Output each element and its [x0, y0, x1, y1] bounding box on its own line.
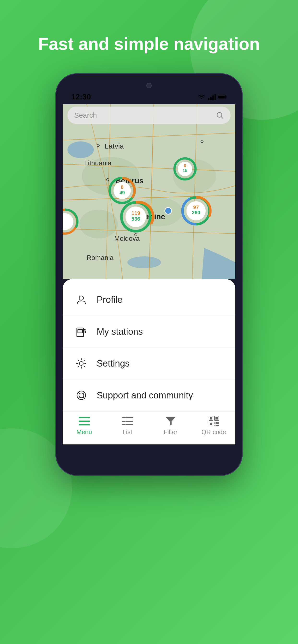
svg-rect-88: [215, 425, 215, 426]
settings-icon: [75, 357, 88, 370]
nav-item-list[interactable]: List: [112, 416, 143, 436]
status-time: 12:30: [71, 92, 91, 101]
svg-text:Latvia: Latvia: [105, 142, 124, 150]
bottom-sheet: Profile My stations: [63, 279, 235, 444]
svg-rect-85: [215, 423, 215, 424]
svg-point-14: [67, 141, 94, 158]
svg-text:119: 119: [131, 210, 140, 216]
svg-rect-2: [212, 95, 214, 100]
status-icons: [197, 94, 227, 100]
svg-text:Lithuania: Lithuania: [84, 159, 112, 167]
svg-rect-1: [210, 97, 212, 100]
svg-rect-87: [217, 423, 219, 424]
svg-line-66: [78, 392, 80, 394]
svg-point-55: [79, 296, 83, 300]
svg-rect-57: [78, 330, 83, 333]
svg-line-63: [83, 392, 85, 394]
svg-line-65: [83, 397, 85, 399]
menu-item-settings[interactable]: Settings: [63, 348, 235, 380]
list-nav-label: List: [123, 428, 132, 436]
search-icon: [216, 111, 224, 119]
phone-notch: [118, 80, 180, 89]
signal-icon: [208, 94, 216, 100]
svg-text:Romania: Romania: [87, 254, 113, 262]
profile-icon: [75, 293, 88, 306]
search-placeholder: Search: [74, 111, 216, 119]
svg-rect-83: [216, 422, 217, 423]
menu-item-my-stations[interactable]: My stations: [63, 316, 235, 348]
nav-item-menu[interactable]: Menu: [69, 416, 100, 436]
svg-rect-3: [215, 94, 216, 100]
svg-point-13: [79, 210, 118, 238]
phone-frame: 12:30: [55, 73, 243, 476]
support-icon: [75, 388, 88, 402]
svg-text:260: 260: [192, 210, 200, 215]
svg-text:97: 97: [193, 204, 199, 210]
svg-text:49: 49: [119, 190, 125, 195]
svg-rect-77: [210, 417, 212, 420]
svg-rect-84: [217, 422, 219, 423]
page-title: Fast and simple navigation: [19, 34, 279, 54]
gas-station-icon: [75, 325, 88, 338]
menu-item-support[interactable]: Support and community: [63, 380, 235, 411]
support-label: Support and community: [97, 390, 193, 400]
my-stations-label: My stations: [97, 326, 143, 337]
menu-nav-icon: [78, 416, 90, 426]
svg-rect-79: [215, 417, 218, 420]
svg-rect-0: [208, 98, 209, 100]
menu-nav-label: Menu: [76, 428, 92, 436]
bottom-nav: Menu List: [63, 411, 235, 444]
map-svg: Latvia Lithuania Belarus Ukraine Moldova…: [63, 104, 235, 279]
svg-line-64: [78, 397, 80, 399]
nav-item-qr[interactable]: QR code: [198, 416, 229, 436]
filter-nav-icon: [164, 416, 177, 426]
map-area[interactable]: Latvia Lithuania Belarus Ukraine Moldova…: [63, 104, 235, 279]
qr-nav-label: QR code: [202, 428, 226, 436]
qr-nav-icon: [208, 416, 220, 426]
svg-point-53: [217, 112, 222, 118]
svg-rect-89: [216, 425, 217, 426]
svg-text:15: 15: [183, 168, 187, 173]
list-nav-icon: [121, 416, 134, 426]
filter-nav-label: Filter: [164, 428, 178, 436]
phone-camera: [146, 83, 152, 88]
svg-rect-5: [218, 96, 225, 98]
battery-icon: [218, 95, 227, 100]
svg-rect-82: [215, 422, 215, 423]
wifi-icon: [197, 94, 206, 100]
svg-point-15: [127, 256, 161, 268]
search-bar[interactable]: Search: [67, 106, 231, 124]
svg-rect-90: [217, 425, 219, 426]
svg-text:8: 8: [121, 184, 123, 190]
svg-line-54: [221, 117, 223, 119]
svg-text:0: 0: [184, 164, 186, 168]
svg-point-60: [79, 362, 83, 365]
svg-point-34: [165, 208, 172, 214]
settings-label: Settings: [97, 358, 129, 369]
phone-inner: 12:30: [63, 80, 235, 468]
svg-rect-86: [216, 423, 217, 424]
svg-rect-81: [210, 423, 212, 425]
svg-text:536: 536: [131, 216, 140, 222]
menu-item-profile[interactable]: Profile: [63, 284, 235, 316]
profile-label: Profile: [97, 295, 123, 305]
nav-item-filter[interactable]: Filter: [155, 416, 186, 436]
